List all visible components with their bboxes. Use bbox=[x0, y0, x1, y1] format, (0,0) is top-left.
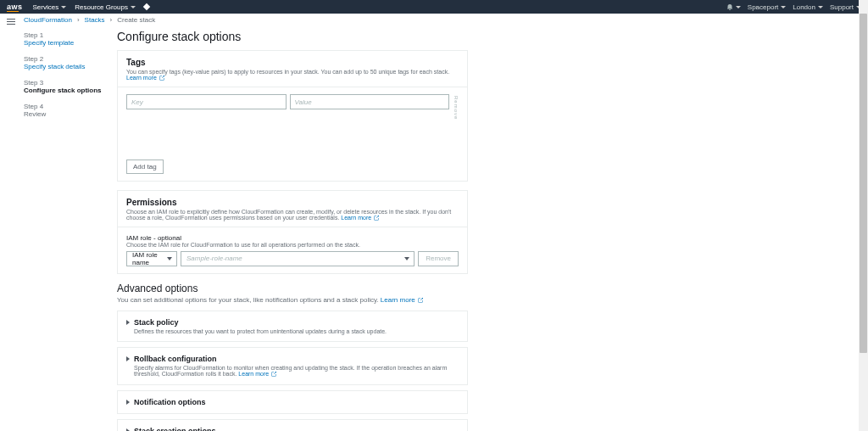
aws-logo[interactable]: aws bbox=[7, 3, 23, 12]
scrollbar-thumb[interactable] bbox=[860, 14, 867, 353]
wizard-step-details[interactable]: Specify stack details bbox=[24, 63, 117, 70]
breadcrumb-current: Create stack bbox=[117, 16, 155, 24]
external-link-icon bbox=[159, 75, 165, 81]
permissions-heading: Permissions bbox=[126, 198, 459, 207]
side-panel-toggle[interactable] bbox=[7, 19, 15, 25]
iam-remove-button[interactable]: Remove bbox=[418, 251, 459, 266]
chevron-down-icon bbox=[736, 6, 741, 8]
breadcrumb-stacks[interactable]: Stacks bbox=[85, 16, 105, 24]
permissions-panel: Permissions Choose an IAM role to explic… bbox=[117, 190, 468, 274]
caret-right-icon bbox=[126, 320, 130, 325]
tags-learn-more-link[interactable]: Learn more bbox=[126, 75, 157, 81]
tag-key-input[interactable] bbox=[126, 94, 287, 109]
logo-text: aws bbox=[7, 3, 23, 11]
region-menu[interactable]: London bbox=[793, 3, 823, 11]
chevron-down-icon bbox=[61, 6, 66, 8]
stack-policy-expander[interactable]: Stack policy Defines the resources that … bbox=[117, 311, 468, 342]
wizard-step-review: Review bbox=[24, 110, 117, 118]
notification-expander[interactable]: Notification options bbox=[117, 390, 468, 414]
breadcrumb-cloudformation[interactable]: CloudFormation bbox=[24, 16, 72, 24]
creation-options-expander[interactable]: Stack creation options bbox=[117, 419, 468, 431]
tag-value-input[interactable] bbox=[290, 94, 450, 109]
external-link-icon bbox=[373, 215, 380, 221]
chevron-down-icon bbox=[167, 257, 172, 260]
iam-role-name-select[interactable]: Sample-role-name bbox=[181, 251, 415, 266]
advanced-heading: Advanced options bbox=[117, 283, 468, 294]
iam-role-desc: Choose the IAM role for CloudFormation t… bbox=[126, 242, 459, 248]
support-menu[interactable]: Support bbox=[830, 3, 861, 11]
wizard-step-options[interactable]: Configure stack options bbox=[24, 87, 117, 94]
external-link-icon bbox=[270, 371, 277, 377]
notifications-icon[interactable] bbox=[726, 3, 741, 10]
vertical-scrollbar[interactable] bbox=[859, 0, 868, 431]
pin-shortcut[interactable] bbox=[144, 4, 149, 9]
wizard-step-template[interactable]: Specify template bbox=[24, 39, 117, 47]
chevron-down-icon bbox=[818, 6, 823, 8]
breadcrumb: CloudFormation› Stacks› Create stack bbox=[0, 14, 868, 26]
tags-heading: Tags bbox=[126, 58, 459, 67]
external-link-icon bbox=[417, 296, 424, 304]
caret-right-icon bbox=[126, 400, 130, 405]
add-tag-button[interactable]: Add tag bbox=[126, 160, 164, 174]
advanced-learn-more-link[interactable]: Learn more bbox=[381, 296, 415, 304]
chevron-down-icon bbox=[404, 257, 409, 260]
pin-icon bbox=[143, 3, 150, 10]
page-title: Configure stack options bbox=[117, 30, 468, 43]
account-menu[interactable]: Spaceport bbox=[748, 3, 786, 11]
permissions-learn-more-link[interactable]: Learn more bbox=[341, 215, 371, 221]
chevron-down-icon bbox=[781, 6, 786, 8]
services-menu[interactable]: Services bbox=[33, 3, 67, 11]
tags-panel: Tags You can specify tags (key-value pai… bbox=[117, 50, 468, 182]
iam-role-type-select[interactable]: IAM role name bbox=[126, 251, 177, 266]
resource-groups-menu[interactable]: Resource Groups bbox=[75, 3, 136, 11]
wizard-nav: Step 1Specify template Step 2Specify sta… bbox=[24, 26, 117, 431]
iam-role-label: IAM role - optional bbox=[126, 234, 459, 242]
chevron-down-icon bbox=[131, 6, 136, 8]
caret-right-icon bbox=[126, 356, 130, 361]
rollback-expander[interactable]: Rollback configuration Specify alarms fo… bbox=[117, 347, 468, 385]
rollback-learn-more-link[interactable]: Learn more bbox=[238, 371, 269, 377]
tag-remove-column: Remove bbox=[453, 94, 459, 120]
global-nav: aws Services Resource Groups Spaceport L… bbox=[0, 0, 868, 14]
